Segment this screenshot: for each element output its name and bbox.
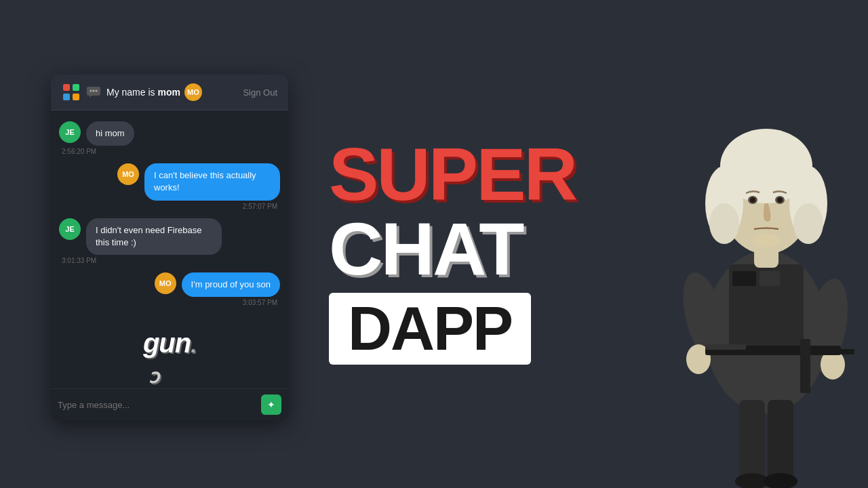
svg-rect-34 (768, 400, 793, 481)
chat-title: CHAT (329, 211, 522, 286)
message-bubble: I didn't even need Firebase this time :) (86, 218, 222, 255)
message-with-avatar: JE I didn't even need Firebase this time… (59, 218, 222, 255)
svg-rect-12 (760, 271, 780, 286)
svg-rect-3 (73, 94, 79, 100)
super-title: SUPER (329, 137, 576, 211)
message-with-avatar: I'm proud of you son MO (155, 272, 280, 297)
message-row: JE hi mom 2:56:20 PM (59, 121, 280, 155)
chat-mockup: My name is mom MO Sign Out JE hi mom 2:5… (51, 75, 288, 420)
dapp-title: DAPP (348, 298, 512, 359)
app-logo-icon (62, 83, 81, 102)
svg-rect-19 (705, 344, 746, 350)
svg-point-6 (90, 90, 92, 92)
dapp-container: DAPP (329, 293, 531, 365)
message-timestamp: 3:03:57 PM (243, 299, 280, 306)
chat-bubble-icon (86, 86, 101, 98)
header-user-info: My name is mom MO (106, 83, 202, 101)
svg-point-26 (709, 203, 739, 244)
message-bubble: hi mom (86, 121, 134, 146)
chat-messages-container: JE hi mom 2:56:20 PM I can't believe thi… (51, 110, 288, 388)
title-area: SUPER CHAT DAPP (288, 123, 651, 365)
gun-logo-area: gun. ɔ (59, 314, 280, 388)
svg-rect-11 (732, 271, 756, 286)
message-timestamp: 3:01:33 PM (59, 257, 96, 264)
svg-marker-5 (90, 96, 92, 98)
gun-logo: gun. ɔ (143, 328, 196, 388)
svg-point-7 (93, 90, 95, 92)
message-row: JE I didn't even need Firebase this time… (59, 218, 280, 264)
svg-rect-33 (739, 400, 765, 481)
george-washington-figure (651, 0, 868, 488)
avatar-je: JE (59, 121, 81, 143)
svg-rect-1 (73, 84, 79, 91)
avatar-mo: MO (155, 272, 176, 294)
message-with-avatar: I can't believe this actually works! MO (117, 163, 280, 200)
avatar-mo: MO (117, 163, 139, 185)
message-with-avatar: JE hi mom (59, 121, 134, 146)
svg-point-8 (96, 90, 98, 92)
header-avatar-badge: MO (184, 83, 202, 101)
header-username: My name is mom (106, 87, 180, 98)
message-row: I can't believe this actually works! MO … (59, 163, 280, 209)
sign-out-button[interactable]: Sign Out (243, 87, 277, 98)
svg-rect-18 (800, 339, 810, 393)
svg-point-32 (753, 234, 780, 247)
svg-point-30 (750, 197, 755, 203)
chat-input-area (51, 388, 288, 420)
svg-point-31 (777, 197, 783, 203)
message-input[interactable] (58, 400, 256, 410)
svg-rect-0 (63, 84, 70, 91)
chat-header-left: My name is mom MO (62, 83, 202, 102)
send-button[interactable] (261, 394, 281, 415)
message-bubble: I'm proud of you son (182, 272, 280, 297)
message-row: I'm proud of you son MO 3:03:57 PM (59, 272, 280, 306)
svg-rect-2 (63, 94, 70, 100)
avatar-je: JE (59, 218, 81, 240)
svg-rect-20 (827, 349, 854, 354)
svg-point-27 (793, 203, 823, 244)
message-timestamp: 2:56:20 PM (59, 148, 96, 155)
chat-header: My name is mom MO Sign Out (51, 75, 288, 110)
message-bubble: I can't believe this actually works! (144, 163, 280, 200)
message-timestamp: 2:57:07 PM (243, 203, 280, 210)
